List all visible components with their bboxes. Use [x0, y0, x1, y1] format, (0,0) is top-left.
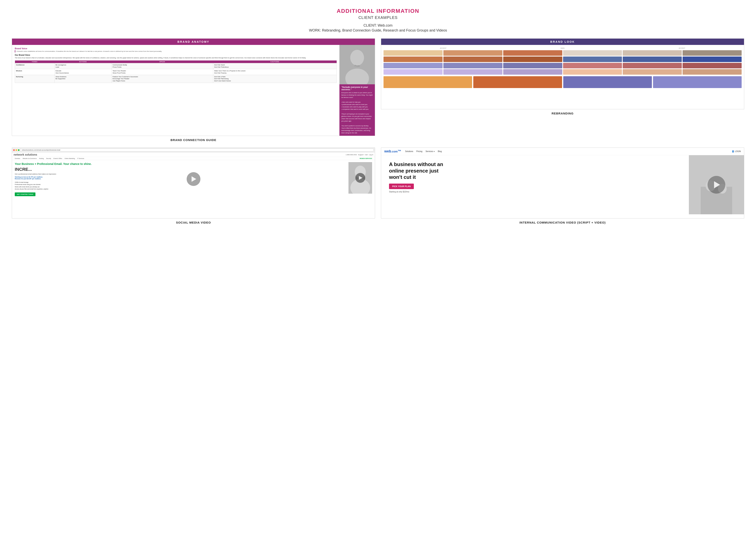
bl-section-labels: ACCENT MAIN ACCENT	[383, 47, 742, 49]
page-main-title: ADDITIONAL INFORMATION	[12, 8, 744, 14]
sv-hero-right	[349, 162, 372, 194]
sv-login[interactable]: Log In	[369, 154, 373, 156]
brand-anatomy-header: BRAND ANATOMY	[12, 39, 375, 45]
bl-color-row-1	[383, 50, 742, 56]
iv-hero-title: A business without an online presence ju…	[389, 161, 452, 180]
table-row: Wisdom EducateGive Sound Advice Teach Yo…	[15, 69, 337, 75]
sv-cta-button[interactable]: GET STARTED TODAY	[15, 193, 36, 196]
brand-look-header: BRAND LOOK	[381, 39, 744, 45]
svg-point-1	[350, 50, 364, 65]
sv-hero-price: Starting as low as $1.75* per mailbox.Re…	[15, 176, 346, 180]
color-swatch	[503, 50, 562, 56]
color-swatch	[503, 63, 562, 68]
large-swatch	[563, 76, 652, 88]
ba-col-actions: ACTIONS	[55, 60, 112, 63]
ba-brand-voice-title: Brand Voice	[15, 47, 337, 49]
color-swatch	[443, 57, 502, 62]
bl-color-row-3	[383, 63, 742, 68]
sv-nav-website[interactable]: Website & eCommerce	[23, 158, 37, 159]
action-wisdom: EducateGive Sound Advice	[55, 69, 112, 75]
sv-nav-security[interactable]: Security	[46, 158, 51, 159]
iv-login[interactable]: 👤 LOGIN	[732, 150, 741, 153]
color-swatch	[563, 57, 622, 62]
page-header: ADDITIONAL INFORMATION CLIENT EXAMPLES C…	[12, 8, 744, 33]
sv-nav-hosting[interactable]: Hosting	[39, 158, 44, 159]
ba-col-cautions: CAUTIONS	[213, 60, 337, 63]
brand-look-label: REBRANDING	[552, 112, 574, 115]
sv-address-bar[interactable]: networksolutions.com/email-account/profe…	[20, 148, 374, 152]
sv-play-overlay-large[interactable]	[187, 172, 201, 186]
sv-play-button[interactable]	[355, 173, 365, 183]
social-video-label: SOCIAL MEDIA VIDEO	[176, 221, 211, 224]
ba-brand-voice-text: The tone of our brand is that of a motiv…	[15, 57, 337, 59]
action-confidence: Be courageousLead	[55, 63, 112, 69]
sv-hero-desc: Get a professional email address that ma…	[15, 173, 346, 175]
speak-confidence: Communicate BoldlyProve Points	[111, 63, 213, 69]
ba-col-speak: SPEAK	[111, 60, 213, 63]
iv-play-big-button[interactable]	[708, 176, 725, 194]
quote-main: "Include everyone in your success."	[341, 86, 373, 91]
color-swatch	[563, 63, 622, 68]
action-nurturing: Show KindnessBe Supportive	[55, 75, 112, 83]
bl-color-row-4	[383, 69, 742, 75]
table-row: Confidence Be courageousLead Communicate…	[15, 63, 337, 69]
browser-close-dot	[13, 149, 15, 151]
svg-text:Photo: Photo	[355, 65, 360, 67]
color-swatch	[563, 69, 622, 75]
quote-bullets: Everyone who is drawn to you before you'…	[341, 92, 373, 134]
iv-cta-button[interactable]: PICK YOUR PLAN	[389, 184, 414, 189]
iv-nav-pricing[interactable]: Pricing	[416, 150, 422, 153]
quote-box: "Include everyone in your success." Ever…	[339, 84, 375, 136]
tone-confidence: Confidence	[15, 63, 55, 69]
sv-nav-domains[interactable]: Domains	[15, 158, 20, 159]
sv-hero-title: Your Business + Professional Email. Your…	[15, 162, 346, 166]
iv-nav-services[interactable]: Services	[425, 150, 435, 153]
iv-hero-image	[689, 155, 744, 214]
screenshots-grid: BRAND ANATOMY Brand Voice A brand's voic…	[12, 38, 744, 224]
bl-label-accent1: ACCENT	[383, 47, 503, 49]
sv-phone: 1-866-908-3442	[346, 154, 357, 156]
color-swatch	[682, 57, 742, 62]
bl-label-accent2: ACCENT	[622, 47, 742, 49]
sv-content: Your Business + Professional Email. Your…	[12, 160, 375, 198]
iv-nav-solutions[interactable]: Solutions	[405, 150, 413, 153]
ba-col-tones: TONES	[15, 60, 55, 63]
sv-nav-marketing[interactable]: Online Marketing	[65, 158, 75, 159]
color-swatch	[503, 57, 562, 62]
social-video-cell: networksolutions.com/email-account/profe…	[12, 147, 375, 224]
color-swatch	[503, 69, 562, 75]
brand-look-body: ACCENT MAIN ACCENT	[381, 45, 744, 91]
color-swatch	[383, 69, 443, 75]
client-work: WORK: Rebranding, Brand Connection Guide…	[12, 28, 744, 33]
person-photo: Photo	[339, 45, 375, 84]
social-video-frame: networksolutions.com/email-account/profe…	[12, 147, 375, 218]
internal-video-label: INTERNAL COMMUNICATION VIDEO (SCRIPT + V…	[519, 221, 606, 224]
sv-nav-it[interactable]: IT Services	[77, 158, 84, 159]
color-swatch	[383, 50, 443, 56]
sv-cart[interactable]: Cart	[365, 154, 368, 156]
sv-sub-nav: Domains Website & eCommerce Hosting Secu…	[12, 157, 375, 160]
page-sub-title: CLIENT EXAMPLES	[12, 15, 744, 20]
ba-table: TONES ACTIONS SPEAK CAUTIONS Confidence …	[15, 60, 337, 83]
sv-logo: network solutions	[14, 153, 37, 156]
sv-nav-bar: network solutions 1-866-908-3442 Support…	[12, 153, 375, 157]
tone-wisdom: Wisdom	[15, 69, 55, 75]
sv-nav-right: 1-866-908-3442 Support Cart Log In	[346, 154, 373, 156]
browser-minimize-dot	[16, 149, 17, 151]
sv-support[interactable]: Support	[358, 154, 364, 156]
sv-nav-email[interactable]: Email & Office	[54, 158, 62, 159]
large-swatch	[653, 76, 742, 88]
ba-brand-voice-desc: A brand's voice establishes all tones fo…	[15, 50, 337, 53]
color-swatch	[682, 50, 742, 56]
table-row: Nurturing Show KindnessBe Supportive Fea…	[15, 75, 337, 83]
internal-video-cell: web.com™ Solutions Pricing Services Blog…	[381, 147, 744, 224]
caution-wisdom: Make Sure There Is a Purpose to the Less…	[213, 69, 337, 75]
sv-renew[interactable]: RENEW SERVICES	[360, 158, 372, 159]
sv-hero-left: Your Business + Professional Email. Your…	[15, 162, 346, 196]
color-swatch	[443, 69, 502, 75]
iv-hero: A business without an online presence ju…	[381, 155, 744, 214]
large-swatch	[383, 76, 472, 88]
brand-look-frame: BRAND LOOK ACCENT MAIN ACCENT	[381, 38, 744, 109]
color-swatch	[682, 63, 742, 68]
iv-nav-blog[interactable]: Blog	[438, 150, 442, 153]
